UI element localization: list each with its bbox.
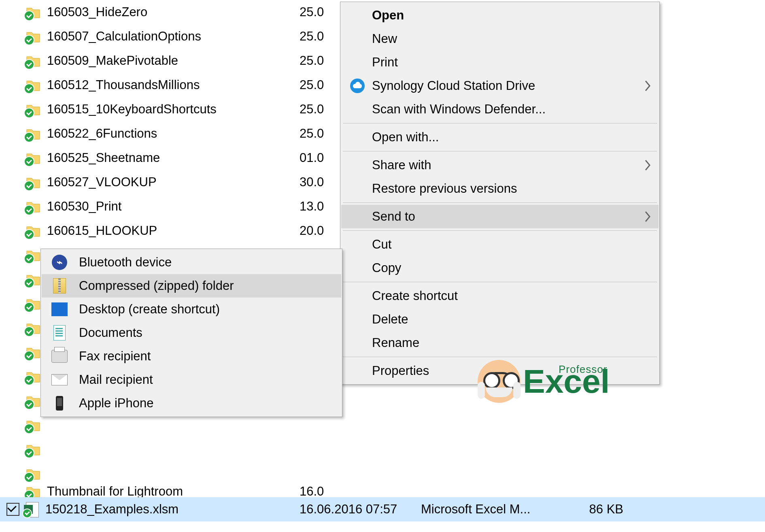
folder-name: 160530_Print xyxy=(47,199,121,214)
menu-separator xyxy=(343,151,657,151)
menu-cut[interactable]: Cut xyxy=(341,233,659,256)
folder-icon xyxy=(24,417,43,433)
context-menu: Open New Print Synology Cloud Station Dr… xyxy=(340,2,660,385)
selection-checkbox[interactable] xyxy=(6,503,19,516)
sync-ok-icon xyxy=(24,59,34,70)
sendto-bluetooth[interactable]: ⌁ Bluetooth device xyxy=(42,251,341,274)
menu-label: New xyxy=(372,32,397,46)
logo-text: Professor Excel xyxy=(523,368,610,395)
sync-ok-icon xyxy=(24,11,34,21)
send-to-submenu: ⌁ Bluetooth device Compressed (zipped) f… xyxy=(40,249,342,417)
chevron-right-icon xyxy=(644,211,651,222)
folder-icon xyxy=(24,174,43,190)
menu-create-shortcut[interactable]: Create shortcut xyxy=(341,284,659,308)
menu-synology[interactable]: Synology Cloud Station Drive xyxy=(341,74,659,98)
folder-row-obscured-tail[interactable]: Thumbnail for Lightroom 16.0 xyxy=(0,486,765,497)
menu-restore-versions[interactable]: Restore previous versions xyxy=(341,177,659,200)
menu-separator xyxy=(343,230,657,231)
menu-label: Desktop (create shortcut) xyxy=(79,302,220,317)
menu-label: Properties xyxy=(372,364,429,378)
folder-icon xyxy=(24,28,43,45)
menu-label: Rename xyxy=(372,336,419,350)
sendto-iphone[interactable]: Apple iPhone xyxy=(42,392,341,415)
professor-face-icon xyxy=(478,360,521,403)
bluetooth-icon: ⌁ xyxy=(51,254,68,270)
menu-separator xyxy=(343,282,657,282)
menu-delete[interactable]: Delete xyxy=(341,308,659,331)
sync-ok-icon xyxy=(24,132,34,143)
folder-name: 160527_VLOOKUP xyxy=(47,175,157,189)
menu-label: Scan with Windows Defender... xyxy=(372,102,546,117)
sendto-fax[interactable]: Fax recipient xyxy=(42,345,341,368)
folder-date: 16.0 xyxy=(300,486,421,497)
menu-separator xyxy=(343,123,657,123)
file-name: 150218_Examples.xlsm xyxy=(45,502,178,517)
sendto-desktop[interactable]: Desktop (create shortcut) xyxy=(42,298,341,321)
menu-defender[interactable]: Scan with Windows Defender... xyxy=(341,98,659,121)
menu-rename[interactable]: Rename xyxy=(341,331,659,355)
folder-name: 160507_CalculationOptions xyxy=(47,29,201,44)
menu-label: Create shortcut xyxy=(372,289,458,303)
folder-icon xyxy=(24,126,43,142)
sync-ok-icon xyxy=(24,278,34,288)
selected-file-row[interactable]: 150218_Examples.xlsm 16.06.2016 07:57 Mi… xyxy=(0,497,765,521)
folder-icon xyxy=(24,4,43,20)
fax-icon xyxy=(51,348,68,364)
menu-open[interactable]: Open xyxy=(341,4,659,27)
menu-label: Cut xyxy=(372,237,391,252)
menu-share-with[interactable]: Share with xyxy=(341,153,659,177)
menu-label: Restore previous versions xyxy=(372,181,517,196)
sync-ok-icon xyxy=(24,156,34,167)
sync-ok-icon xyxy=(24,448,34,458)
folder-name: 160509_MakePivotable xyxy=(47,53,178,68)
sync-ok-icon xyxy=(24,229,34,240)
mail-icon xyxy=(51,372,68,388)
folder-icon xyxy=(24,223,43,239)
menu-send-to[interactable]: Send to xyxy=(341,205,659,228)
sync-ok-icon xyxy=(24,35,34,45)
sendto-mail[interactable]: Mail recipient xyxy=(42,368,341,392)
sync-ok-icon xyxy=(24,375,34,385)
menu-label: Send to xyxy=(372,209,415,224)
menu-separator xyxy=(343,202,657,203)
folder-icon xyxy=(24,53,43,69)
folder-icon xyxy=(24,198,43,215)
menu-print[interactable]: Print xyxy=(341,51,659,74)
file-date: 16.06.2016 07:57 xyxy=(300,502,421,517)
menu-label: Documents xyxy=(79,326,142,340)
zip-folder-icon xyxy=(51,278,68,294)
folder-icon xyxy=(24,441,43,458)
menu-label: Open xyxy=(372,8,404,23)
documents-icon xyxy=(51,325,68,341)
sync-ok-icon xyxy=(24,472,34,483)
menu-open-with[interactable]: Open with... xyxy=(341,126,659,149)
sendto-compressed-folder[interactable]: Compressed (zipped) folder xyxy=(42,274,341,298)
sync-ok-icon xyxy=(22,509,32,518)
sync-ok-icon xyxy=(24,83,34,94)
chevron-right-icon xyxy=(644,160,651,171)
sync-ok-icon xyxy=(24,205,34,215)
sendto-documents[interactable]: Documents xyxy=(42,321,341,345)
menu-label: Fax recipient xyxy=(79,349,151,364)
menu-new[interactable]: New xyxy=(341,27,659,51)
logo-sup: Professor xyxy=(559,365,607,374)
file-size: 86 KB xyxy=(563,502,623,517)
menu-label: Delete xyxy=(372,312,408,327)
folder-name: 160522_6Functions xyxy=(47,126,157,141)
sync-ok-icon xyxy=(24,302,34,313)
sync-ok-icon xyxy=(24,253,34,264)
folder-icon xyxy=(24,101,43,117)
sync-ok-icon xyxy=(24,399,34,410)
menu-label: Synology Cloud Station Drive xyxy=(372,79,535,93)
sync-ok-icon xyxy=(24,181,34,191)
folder-row-obscured[interactable] xyxy=(0,437,765,462)
menu-label: Compressed (zipped) folder xyxy=(79,279,234,293)
folder-icon xyxy=(24,466,43,482)
folder-row-obscured[interactable] xyxy=(0,462,765,486)
menu-copy[interactable]: Copy xyxy=(341,256,659,280)
sync-ok-icon xyxy=(24,351,34,361)
sync-ok-icon xyxy=(24,423,34,434)
menu-label: Share with xyxy=(372,158,431,172)
sync-ok-icon xyxy=(24,326,34,337)
folder-name: 160515_10KeyboardShortcuts xyxy=(47,102,217,117)
